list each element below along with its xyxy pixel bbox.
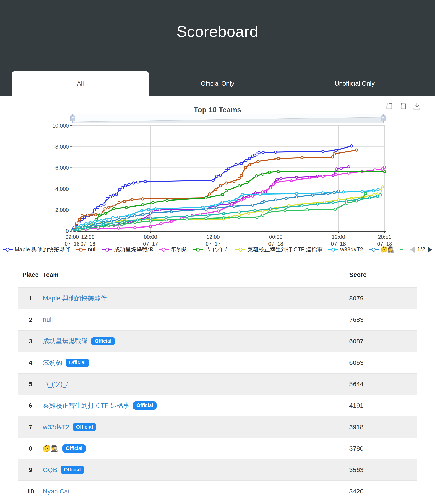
data-point[interactable] — [100, 219, 102, 222]
data-point[interactable] — [76, 222, 78, 224]
data-point[interactable] — [284, 209, 286, 212]
data-point[interactable] — [92, 225, 94, 227]
data-point[interactable] — [240, 174, 243, 177]
data-point[interactable] — [205, 208, 207, 210]
data-point[interactable] — [358, 198, 360, 200]
data-point[interactable] — [345, 200, 347, 202]
data-point[interactable] — [112, 194, 115, 197]
data-point[interactable] — [377, 192, 379, 194]
data-point[interactable] — [147, 208, 149, 211]
tab-unofficial-only[interactable]: Unofficial Only — [286, 72, 423, 96]
data-point[interactable] — [277, 170, 280, 173]
data-point[interactable] — [252, 195, 254, 197]
data-point[interactable] — [255, 175, 258, 177]
data-point[interactable] — [121, 187, 123, 189]
data-point[interactable] — [149, 220, 152, 222]
data-point[interactable] — [137, 181, 139, 183]
data-point[interactable] — [348, 166, 350, 168]
data-point[interactable] — [134, 221, 136, 224]
data-point[interactable] — [109, 196, 112, 198]
data-point[interactable] — [269, 211, 271, 213]
data-point[interactable] — [361, 190, 363, 193]
data-point[interactable] — [374, 169, 376, 171]
data-point[interactable] — [268, 171, 271, 173]
data-point[interactable] — [93, 209, 96, 211]
data-point[interactable] — [246, 181, 248, 184]
data-point[interactable] — [97, 226, 99, 228]
data-point[interactable] — [217, 210, 220, 212]
team-link[interactable]: ¯\_(ツ)_/¯ — [43, 380, 72, 387]
data-point[interactable] — [327, 192, 329, 195]
legend-item[interactable]: Maple 與他的快樂夥伴 — [3, 246, 70, 253]
data-point[interactable] — [225, 169, 227, 171]
data-point[interactable] — [249, 163, 251, 166]
data-point[interactable] — [350, 197, 353, 199]
data-point[interactable] — [136, 219, 139, 221]
data-point[interactable] — [285, 206, 287, 208]
data-point[interactable] — [238, 185, 240, 187]
data-point[interactable] — [245, 159, 247, 162]
data-point[interactable] — [144, 180, 147, 183]
data-point[interactable] — [348, 172, 350, 174]
data-point[interactable] — [296, 196, 298, 198]
data-point[interactable] — [290, 180, 293, 182]
data-point[interactable] — [131, 198, 133, 200]
tab-official-only[interactable]: Official Only — [149, 72, 286, 96]
data-point[interactable] — [186, 215, 188, 217]
data-point[interactable] — [87, 214, 89, 216]
data-point[interactable] — [240, 199, 243, 201]
data-point[interactable] — [219, 184, 222, 187]
data-point[interactable] — [98, 215, 101, 217]
data-point[interactable] — [94, 220, 96, 223]
data-point[interactable] — [240, 162, 243, 165]
data-point[interactable] — [166, 199, 168, 202]
data-point[interactable] — [149, 212, 152, 214]
data-point[interactable] — [342, 191, 345, 193]
data-point[interactable] — [277, 180, 279, 183]
team-link[interactable]: 🤔🕵️ — [43, 445, 59, 452]
data-point[interactable] — [275, 151, 277, 153]
data-point[interactable] — [152, 201, 154, 204]
restore-icon[interactable] — [399, 102, 407, 110]
data-point[interactable] — [126, 217, 128, 219]
data-point[interactable] — [105, 218, 108, 220]
data-point[interactable] — [238, 211, 240, 213]
data-point[interactable] — [225, 189, 227, 192]
data-point[interactable] — [350, 145, 353, 147]
data-point[interactable] — [233, 205, 235, 207]
data-point[interactable] — [207, 214, 209, 216]
data-point[interactable] — [216, 175, 218, 177]
data-point[interactable] — [235, 198, 238, 200]
data-point[interactable] — [335, 173, 337, 176]
data-point[interactable] — [221, 193, 224, 196]
data-point[interactable] — [227, 200, 230, 203]
data-point[interactable] — [296, 192, 298, 195]
legend-item[interactable]: w33d#T2 — [328, 246, 363, 253]
data-point[interactable] — [257, 160, 259, 162]
data-point[interactable] — [97, 206, 99, 208]
data-point[interactable] — [275, 199, 277, 201]
data-point[interactable] — [129, 214, 131, 216]
data-point[interactable] — [124, 184, 127, 187]
datazoom-handle[interactable] — [70, 116, 75, 121]
data-point[interactable] — [134, 215, 136, 217]
data-point[interactable] — [113, 222, 115, 224]
datazoom-slider[interactable] — [70, 114, 385, 123]
data-point[interactable] — [262, 214, 264, 216]
data-point[interactable] — [84, 227, 86, 229]
team-link[interactable]: Nyan Cat — [43, 488, 70, 495]
team-link[interactable]: Maple 與他的快樂夥伴 — [43, 295, 107, 302]
data-point[interactable] — [301, 157, 303, 159]
data-point[interactable] — [118, 201, 121, 204]
data-point[interactable] — [147, 215, 149, 217]
team-link[interactable]: 笨豹豹 — [43, 359, 62, 366]
data-point[interactable] — [215, 204, 217, 206]
data-point[interactable] — [285, 197, 287, 199]
data-point[interactable] — [78, 218, 81, 221]
data-point[interactable] — [377, 189, 379, 191]
data-point[interactable] — [337, 190, 340, 192]
data-point[interactable] — [306, 209, 308, 211]
data-point[interactable] — [244, 166, 247, 169]
data-point[interactable] — [365, 192, 367, 195]
data-point[interactable] — [254, 191, 257, 194]
